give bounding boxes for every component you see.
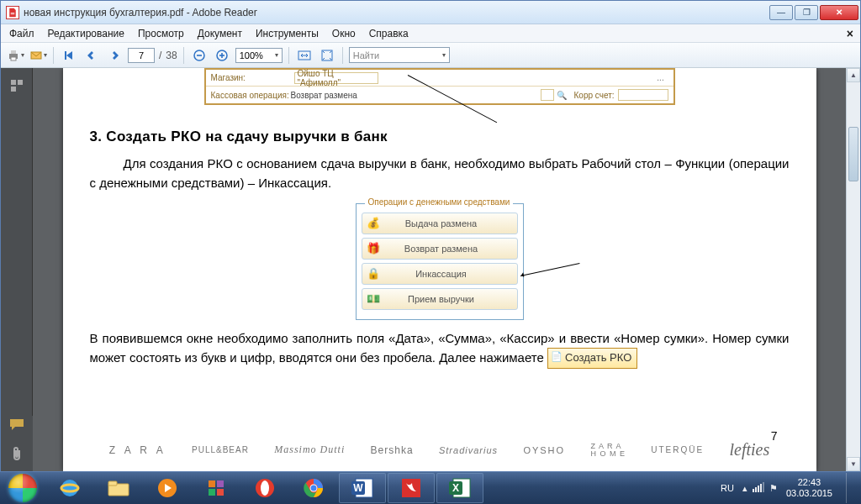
svg-text:W: W (353, 482, 363, 494)
zoom-out-button[interactable] (190, 46, 209, 65)
form-shop-label: Магазин: (211, 73, 291, 82)
show-desktop-button[interactable] (846, 473, 854, 503)
separator (288, 47, 289, 64)
brand-zarahome: Z A R AH O M E (590, 443, 626, 458)
print-button[interactable] (6, 46, 24, 65)
first-page-button[interactable] (60, 46, 78, 65)
taskbar-clock[interactable]: 22:43 03.03.2015 (786, 477, 832, 499)
menu-file[interactable]: Файл (3, 26, 41, 41)
attachments-panel-icon[interactable] (8, 444, 26, 463)
op-label: Выдача размена (384, 218, 517, 228)
email-button[interactable] (29, 46, 47, 65)
money-icon: 💵 (362, 292, 384, 305)
flag-icon[interactable]: ⚑ (769, 483, 778, 494)
window-controls: — ❐ ✕ (769, 5, 858, 20)
taskbar-ie[interactable] (46, 473, 93, 503)
taskbar-app[interactable] (193, 473, 240, 503)
svg-rect-21 (217, 480, 224, 487)
create-rko-button-image: Создать РКО (547, 348, 637, 369)
prev-page-button[interactable] (82, 46, 101, 65)
scroll-down-icon[interactable]: ▼ (847, 457, 860, 471)
svg-rect-23 (217, 489, 224, 496)
paragraph: Для создания РКО с основанием сдача выру… (90, 154, 790, 193)
brand-stradivarius: Stradivarius (439, 445, 498, 455)
windows-orb-icon (8, 474, 37, 502)
form-korr-field (618, 89, 668, 101)
network-icon[interactable] (753, 482, 764, 494)
taskbar-opera[interactable] (241, 473, 288, 503)
scroll-thumb[interactable] (848, 127, 858, 181)
menubar: Файл Редактирование Просмотр Документ Ин… (1, 24, 860, 43)
taskbar-word[interactable]: W (339, 473, 386, 503)
menu-document[interactable]: Документ (191, 26, 249, 41)
svg-rect-1 (11, 50, 16, 54)
menu-view[interactable]: Просмотр (131, 26, 191, 41)
svg-rect-9 (221, 53, 223, 58)
tray-icons[interactable]: ▴ ⚑ (742, 482, 778, 494)
op-button-issue: 💰Выдача размена (362, 213, 518, 234)
minimize-button[interactable]: — (769, 5, 793, 20)
windows-taskbar: W X RU ▴ ⚑ 22:43 03.03.2015 (0, 472, 861, 504)
taskbar-adobe-reader[interactable] (388, 473, 435, 503)
toolbar: 7 / 38 100% Найти (1, 43, 860, 68)
fit-page-button[interactable] (318, 46, 336, 65)
search-icon: 🔍 (554, 91, 569, 100)
input-language[interactable]: RU (721, 483, 734, 493)
separator (342, 47, 343, 64)
svg-point-25 (261, 480, 269, 496)
brand-massimo: Massimo Dutti (274, 444, 345, 456)
thumbnails-panel-icon[interactable] (8, 76, 26, 95)
vertical-scrollbar[interactable]: ▲ ▼ (846, 68, 860, 471)
find-input[interactable]: Найти (349, 47, 450, 63)
operations-group-label: Операции с денежными средствами (365, 197, 514, 207)
tray-up-icon[interactable]: ▴ (742, 483, 747, 494)
scroll-up-icon[interactable]: ▲ (847, 68, 860, 82)
form-shop-field: Ойшо ТЦ "Афимолл" (294, 72, 378, 84)
separator (183, 47, 184, 64)
fit-width-button[interactable] (295, 46, 314, 65)
svg-rect-2 (11, 57, 16, 60)
svg-rect-6 (197, 55, 202, 56)
menu-help[interactable]: Справка (362, 26, 415, 41)
brand-oysho: OYSHO (523, 445, 565, 455)
system-tray: RU ▴ ⚑ 22:43 03.03.2015 (721, 473, 858, 503)
page-number-input[interactable]: 7 (128, 48, 155, 63)
svg-rect-20 (209, 480, 215, 487)
start-button[interactable] (0, 472, 45, 504)
window-title: новая инструкция бухгалтерия.pdf - Adobe… (24, 7, 769, 18)
taskbar-explorer[interactable] (95, 473, 142, 503)
safe-icon: 🔒 (362, 267, 384, 280)
taskbar-mediaplayer[interactable] (144, 473, 191, 503)
menu-tools[interactable]: Инструменты (249, 26, 325, 41)
create-rko-label: Создать РКО (565, 351, 631, 364)
svg-rect-4 (65, 51, 66, 60)
op-button-return: 🎁Возврат размена (362, 238, 518, 260)
brand-lefties: lefties (730, 440, 770, 459)
embedded-form-screenshot: Магазин: Ойшо ТЦ "Афимолл" ... Кассовая … (204, 68, 675, 105)
brand-uterque: UTERQÜE (651, 445, 704, 454)
zoom-select[interactable]: 100% (235, 48, 283, 63)
section-heading: 3. Создать РКО на сдачу выручки в банк (90, 129, 790, 145)
svg-rect-39 (760, 484, 762, 492)
navigation-pane (1, 68, 33, 471)
svg-point-28 (311, 486, 317, 491)
brand-footer: Z A R A PULL&BEAR Massimo Dutti Bershka … (63, 440, 816, 459)
brand-zh2: H O M E (590, 449, 626, 458)
menu-window[interactable]: Окно (325, 26, 362, 41)
next-page-button[interactable] (105, 46, 124, 65)
taskbar-excel[interactable]: X (436, 473, 483, 503)
close-button[interactable]: ✕ (820, 5, 858, 20)
document-close-icon[interactable]: × (842, 27, 858, 40)
zoom-in-button[interactable] (213, 46, 231, 65)
document-viewport[interactable]: Магазин: Ойшо ТЦ "Афимолл" ... Кассовая … (33, 68, 846, 471)
taskbar-chrome[interactable] (290, 473, 337, 503)
main-area: Магазин: Ойшо ТЦ "Афимолл" ... Кассовая … (1, 68, 860, 471)
maximize-button[interactable]: ❐ (795, 5, 818, 20)
comments-panel-icon[interactable] (8, 416, 26, 434)
clock-time: 22:43 (786, 477, 832, 488)
menu-edit[interactable]: Редактирование (41, 26, 131, 41)
annotation-arrow (520, 263, 579, 276)
form-korr-label: Корр счет: (574, 91, 615, 100)
coins-icon: 💰 (362, 217, 384, 229)
titlebar: новая инструкция бухгалтерия.pdf - Adobe… (1, 1, 860, 24)
